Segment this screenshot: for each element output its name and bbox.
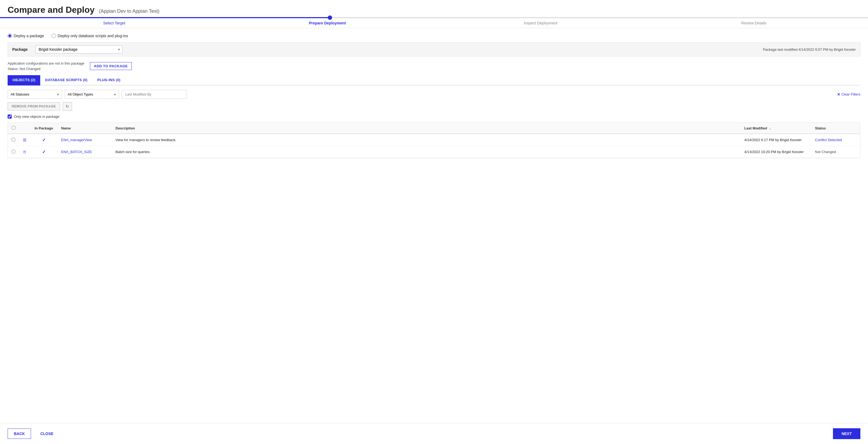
row1-type-icon: ⊞ bbox=[23, 138, 26, 142]
sort-arrow-icon: ↓ bbox=[769, 126, 771, 130]
row2-checkbox[interactable] bbox=[12, 150, 15, 153]
table-row: π ✓ ENA_BATCH_SIZE Batch size for querie… bbox=[8, 146, 860, 158]
row2-name-cell: ENA_BATCH_SIZE bbox=[57, 146, 112, 158]
modified-by-filter[interactable] bbox=[122, 90, 187, 99]
row2-description-cell: Batch size for queries. bbox=[112, 146, 741, 158]
select-all-checkbox[interactable] bbox=[12, 126, 15, 130]
package-select-wrapper: Brigid Kessler package bbox=[36, 45, 123, 54]
tabs-row: OBJECTS (2) DATABASE SCRIPTS (0) PLUG-IN… bbox=[8, 75, 860, 86]
action-row: REMOVE FROM PACKAGE ↻ bbox=[8, 102, 860, 111]
package-select[interactable]: Brigid Kessler package bbox=[36, 45, 123, 54]
row2-icon-cell: π bbox=[19, 146, 30, 158]
row2-checkbox-cell[interactable] bbox=[8, 146, 19, 158]
only-view-checkbox[interactable] bbox=[8, 114, 12, 118]
back-button[interactable]: BACK bbox=[8, 429, 31, 439]
progress-dot bbox=[328, 15, 332, 20]
clear-filters-button[interactable]: ✕ Clear Filters bbox=[837, 92, 860, 97]
package-modified-text: Package last modified 4/14/2022 6:07 PM … bbox=[763, 47, 856, 52]
package-label: Package bbox=[12, 47, 31, 52]
col-header-name: Name bbox=[57, 123, 112, 134]
tab-objects[interactable]: OBJECTS (2) bbox=[8, 75, 40, 86]
page-subtitle: (Appian Dev to Appian Test) bbox=[99, 8, 159, 14]
row1-name-link[interactable]: ENA_managerView bbox=[61, 138, 92, 142]
filters-row: All Statuses All Object Types ✕ Clear Fi… bbox=[8, 90, 860, 99]
radio-deploy-scripts[interactable]: Deploy only database scripts and plug-in… bbox=[52, 34, 128, 38]
table-header: In Package Name Description Last Modifie… bbox=[8, 123, 860, 134]
row2-status-cell: Not Changed bbox=[811, 146, 860, 158]
refresh-icon: ↻ bbox=[66, 104, 69, 108]
row1-description-cell: View for managers to review feedback. bbox=[112, 134, 741, 146]
page-title: Compare and Deploy bbox=[8, 5, 95, 15]
row2-inpkg-cell: ✓ bbox=[30, 146, 57, 158]
progress-bar-container: Select Target Prepare Deployment Inspect… bbox=[0, 17, 868, 28]
step-select-target[interactable]: Select Target bbox=[8, 21, 221, 25]
row1-lastmod-cell: 4/14/2022 6:17 PM by Brigid Kessler bbox=[741, 134, 811, 146]
row1-checkbox-cell[interactable] bbox=[8, 134, 19, 146]
row1-status: Conflict Detected bbox=[815, 138, 842, 142]
row2-inpkg-check: ✓ bbox=[42, 149, 45, 154]
col-header-icon bbox=[19, 123, 30, 134]
radio-deploy-package-input[interactable] bbox=[8, 34, 12, 38]
step-prepare-deployment[interactable]: Prepare Deployment bbox=[221, 21, 434, 25]
status-filter-wrapper: All Statuses bbox=[8, 90, 62, 99]
only-view-row: Only view objects in package bbox=[8, 114, 860, 118]
tab-plug-ins[interactable]: PLUG-INS (0) bbox=[92, 75, 125, 86]
row1-name-cell: ENA_managerView bbox=[57, 134, 112, 146]
app-config-row: Application configurations are not in th… bbox=[8, 61, 860, 71]
col-header-checkbox[interactable] bbox=[8, 123, 19, 134]
status-filter[interactable]: All Statuses bbox=[8, 90, 62, 99]
footer-left: BACK CLOSE bbox=[8, 429, 60, 439]
row2-name-link[interactable]: ENA_BATCH_SIZE bbox=[61, 150, 92, 154]
app-config-text: Application configurations are not in th… bbox=[8, 61, 85, 71]
remove-from-package-button[interactable]: REMOVE FROM PACKAGE bbox=[8, 102, 60, 110]
row1-inpkg-cell: ✓ bbox=[30, 134, 57, 146]
radio-deploy-scripts-input[interactable] bbox=[52, 34, 56, 38]
col-header-description: Description bbox=[112, 123, 741, 134]
footer: BACK CLOSE NEXT bbox=[0, 423, 868, 444]
package-row: Package Brigid Kessler package Package l… bbox=[8, 42, 860, 57]
row2-status: Not Changed bbox=[815, 150, 836, 154]
only-view-label: Only view objects in package bbox=[14, 114, 60, 118]
main-content: Deploy a package Deploy only database sc… bbox=[0, 28, 868, 423]
tab-database-scripts[interactable]: DATABASE SCRIPTS (0) bbox=[40, 75, 92, 86]
radio-deploy-package[interactable]: Deploy a package bbox=[8, 34, 44, 38]
objects-table-wrapper: In Package Name Description Last Modifie… bbox=[8, 123, 860, 158]
close-button[interactable]: CLOSE bbox=[34, 429, 59, 439]
step-inspect-deployment[interactable]: Inspect Deployment bbox=[434, 21, 647, 25]
page-wrapper: Compare and Deploy (Appian Dev to Appian… bbox=[0, 0, 868, 444]
steps-row: Select Target Prepare Deployment Inspect… bbox=[0, 18, 868, 28]
col-header-status: Status bbox=[811, 123, 860, 134]
objects-table: In Package Name Description Last Modifie… bbox=[8, 123, 860, 158]
next-button[interactable]: NEXT bbox=[833, 428, 860, 439]
row1-status-cell: Conflict Detected bbox=[811, 134, 860, 146]
row1-inpkg-check: ✓ bbox=[42, 138, 45, 142]
row1-icon-cell: ⊞ bbox=[19, 134, 30, 146]
progress-fill bbox=[0, 17, 330, 18]
type-filter-wrapper: All Object Types bbox=[65, 90, 119, 99]
row2-type-icon: π bbox=[23, 149, 26, 154]
add-to-package-button[interactable]: ADD TO PACKAGE bbox=[90, 62, 132, 70]
clear-filters-icon: ✕ bbox=[837, 92, 840, 97]
step-review-details[interactable]: Review Details bbox=[647, 21, 861, 25]
table-row: ⊞ ✓ ENA_managerView View for managers to… bbox=[8, 134, 860, 146]
row1-checkbox[interactable] bbox=[12, 138, 15, 141]
row2-lastmod-cell: 4/13/2022 10:20 PM by Brigid Kessler bbox=[741, 146, 811, 158]
type-filter[interactable]: All Object Types bbox=[65, 90, 119, 99]
refresh-button[interactable]: ↻ bbox=[63, 102, 72, 111]
table-body: ⊞ ✓ ENA_managerView View for managers to… bbox=[8, 134, 860, 158]
col-header-inpkg: In Package bbox=[30, 123, 57, 134]
header: Compare and Deploy (Appian Dev to Appian… bbox=[0, 0, 868, 17]
col-header-last-modified[interactable]: Last Modified ↓ bbox=[741, 123, 811, 134]
radio-row: Deploy a package Deploy only database sc… bbox=[8, 34, 860, 38]
